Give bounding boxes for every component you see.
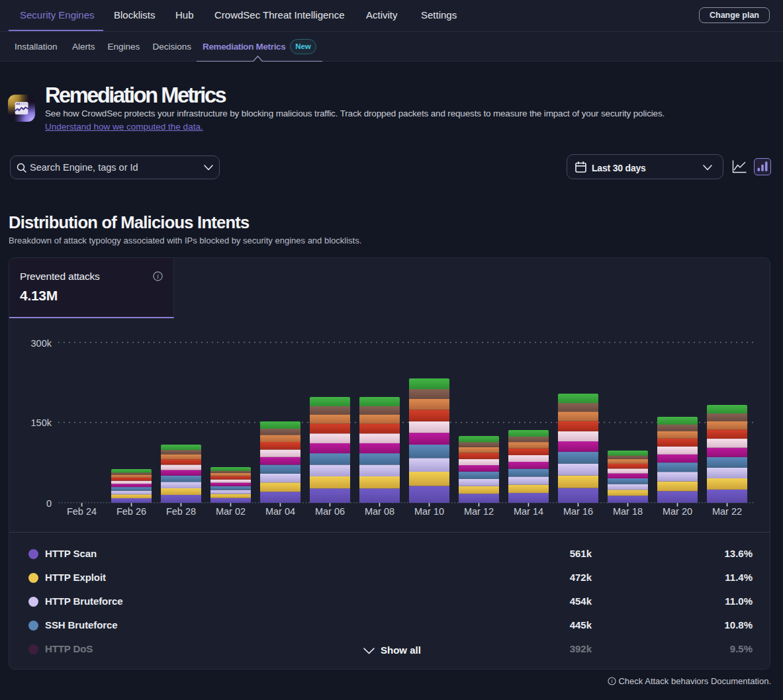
- svg-text:Mar 02: Mar 02: [216, 506, 246, 517]
- svg-text:300k: 300k: [31, 338, 52, 349]
- svg-text:150k: 150k: [31, 417, 52, 428]
- svg-text:i: i: [611, 678, 613, 684]
- svg-text:Mar 18: Mar 18: [613, 506, 643, 517]
- svg-text:0: 0: [46, 498, 52, 509]
- svg-text:Mar 06: Mar 06: [315, 506, 345, 517]
- svg-text:Feb 28: Feb 28: [166, 506, 196, 517]
- svg-text:Mar 04: Mar 04: [265, 506, 295, 517]
- svg-text:Mar 12: Mar 12: [464, 506, 494, 517]
- svg-text:Mar 22: Mar 22: [712, 506, 742, 517]
- svg-text:Mar 08: Mar 08: [365, 506, 394, 517]
- svg-text:Feb 24: Feb 24: [67, 506, 97, 517]
- svg-text:Mar 14: Mar 14: [514, 506, 543, 517]
- svg-text:Mar 20: Mar 20: [663, 506, 692, 517]
- svg-text:Mar 10: Mar 10: [414, 506, 444, 517]
- svg-text:Feb 26: Feb 26: [116, 506, 146, 517]
- svg-text:Mar 16: Mar 16: [563, 506, 593, 517]
